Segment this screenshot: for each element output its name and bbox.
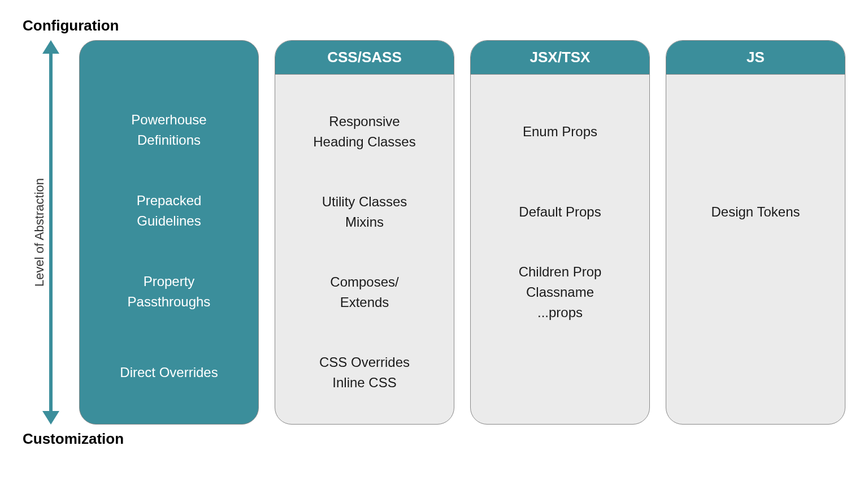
header-spacer — [80, 41, 258, 72]
jsx-row-1: Enum Props — [479, 92, 641, 172]
column-body: Responsive Heading Classes Utility Class… — [275, 75, 454, 424]
css-row-2: Utility Classes Mixins — [284, 172, 445, 252]
jsx-row-3: Children Prop Classname ...props — [479, 252, 641, 332]
column-header-jsx: JSX/TSX — [471, 41, 649, 75]
abstraction-arrow — [40, 40, 62, 425]
cell-text: Utility Classes — [322, 192, 407, 212]
cell-text: Responsive — [329, 111, 400, 132]
label-row-1: Powerhouse Definitions — [88, 89, 250, 170]
cell-text: Passthroughs — [128, 292, 211, 312]
column-header-js: JS — [666, 41, 845, 75]
cell-text: CSS Overrides — [319, 352, 410, 373]
jsx-row-2: Default Props — [479, 172, 641, 252]
column-header-css: CSS/SASS — [275, 41, 454, 75]
axis-section: Level of Abstraction — [23, 40, 62, 425]
cell-text: Enum Props — [523, 122, 597, 142]
column-js: JS Design Tokens — [666, 40, 845, 425]
js-row-3 — [675, 252, 836, 332]
js-row-2: Design Tokens — [675, 172, 836, 252]
css-row-3: Composes/ Extends — [284, 252, 445, 332]
label-row-2: Prepacked Guidelines — [88, 170, 250, 251]
cell-text: Mixins — [345, 212, 384, 232]
cell-text: Default Props — [519, 202, 601, 222]
column-body: Enum Props Default Props Children Prop C… — [471, 75, 649, 424]
column-labels: Powerhouse Definitions Prepacked Guideli… — [79, 40, 259, 425]
cell-text: Inline CSS — [332, 373, 396, 393]
js-row-4 — [675, 332, 836, 413]
cell-text: Direct Overrides — [120, 362, 218, 383]
cell-text: Classname — [526, 282, 594, 302]
cell-text: Design Tokens — [711, 202, 800, 222]
column-body: Design Tokens — [666, 75, 845, 424]
cell-text: Composes/ — [330, 272, 398, 292]
cell-text: Heading Classes — [313, 132, 415, 152]
cell-text: Definitions — [137, 130, 201, 150]
cell-text: Prepacked — [137, 191, 202, 211]
js-row-1 — [675, 92, 836, 172]
label-row-4: Direct Overrides — [88, 332, 250, 413]
customization-label: Customization — [23, 430, 845, 448]
cell-text: Extends — [340, 292, 389, 313]
cell-text: Children Prop — [519, 262, 602, 282]
column-jsx: JSX/TSX Enum Props Default Props Childre… — [470, 40, 650, 425]
jsx-row-4 — [479, 332, 641, 413]
column-css: CSS/SASS Responsive Heading Classes Util… — [275, 40, 454, 425]
cell-text: Guidelines — [137, 211, 201, 231]
column-body: Powerhouse Definitions Prepacked Guideli… — [80, 72, 258, 424]
arrow-down-icon — [42, 411, 59, 425]
diagram-container: Level of Abstraction Powerhouse Definiti… — [23, 40, 845, 425]
cell-text: Property — [144, 271, 195, 292]
configuration-label: Configuration — [23, 17, 845, 34]
arrow-line — [49, 51, 53, 413]
cell-text: Powerhouse — [131, 110, 206, 130]
cell-text: ...props — [537, 302, 583, 323]
css-row-1: Responsive Heading Classes — [284, 92, 445, 172]
css-row-4: CSS Overrides Inline CSS — [284, 332, 445, 413]
label-row-3: Property Passthroughs — [88, 251, 250, 332]
columns-container: Powerhouse Definitions Prepacked Guideli… — [79, 40, 845, 425]
